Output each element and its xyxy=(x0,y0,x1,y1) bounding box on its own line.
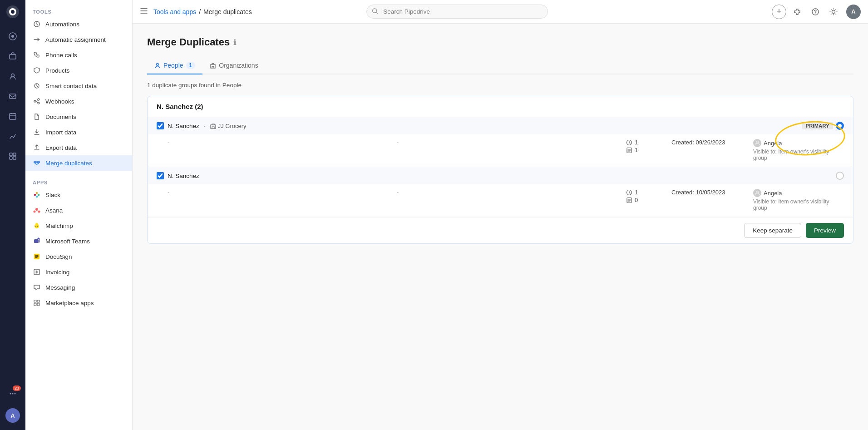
nav-deals[interactable] xyxy=(4,47,22,65)
import-icon xyxy=(33,128,41,136)
sidebar-item-invoicing[interactable]: Invoicing xyxy=(25,264,132,280)
nav-activities[interactable] xyxy=(4,107,22,125)
topbar-right-icons: + A xyxy=(772,5,861,19)
microsoft-teams-icon xyxy=(33,237,41,245)
tips-icon[interactable] xyxy=(826,5,841,19)
user-avatar[interactable]: A xyxy=(5,408,20,423)
asana-label: Asana xyxy=(45,207,63,214)
search-input[interactable] xyxy=(366,5,548,19)
breadcrumb-parent[interactable]: Tools and apps xyxy=(153,8,196,15)
sidebar-item-automations[interactable]: Automations xyxy=(25,16,132,32)
dup-row-1-header: N. Sanchez · JJ Grocery PRIMARY xyxy=(148,117,853,134)
extensions-icon[interactable] xyxy=(790,5,804,19)
sidebar-item-docusign[interactable]: DocuSign xyxy=(25,249,132,264)
count1-val: 1 xyxy=(635,139,638,146)
page-title: Merge Duplicates xyxy=(147,36,230,48)
tab-organizations[interactable]: Organizations xyxy=(202,57,265,74)
people-tab-icon xyxy=(154,62,161,69)
dup-row-1-checkbox[interactable] xyxy=(157,122,164,129)
detail-col2-r2: - xyxy=(397,189,626,196)
dup-row-2-checkbox[interactable] xyxy=(157,172,164,179)
nav-products-icon[interactable] xyxy=(4,147,22,165)
sidebar-item-messaging[interactable]: Messaging xyxy=(25,280,132,295)
svg-point-44 xyxy=(157,64,159,66)
svg-rect-37 xyxy=(37,300,39,302)
svg-point-2 xyxy=(11,10,15,14)
sidebar-item-export-data[interactable]: Export data xyxy=(25,140,132,155)
tab-people[interactable]: People 1 xyxy=(147,57,202,74)
tab-people-badge: 1 xyxy=(186,62,196,69)
help-icon[interactable] xyxy=(808,5,823,19)
sidebar-item-webhooks[interactable]: Webhooks xyxy=(25,94,132,109)
count-row-1: 1 xyxy=(626,139,671,146)
add-button[interactable]: + xyxy=(772,5,786,19)
nav-badge: 23 xyxy=(13,386,21,391)
nav-avatar[interactable]: A xyxy=(4,406,22,425)
documents-label: Documents xyxy=(45,114,76,120)
sidebar-item-slack[interactable]: Slack xyxy=(25,187,132,203)
nav-pipeline[interactable] xyxy=(4,27,22,45)
content-area: Merge Duplicates ℹ People 1 Organization… xyxy=(133,24,868,430)
nav-more[interactable]: 23 xyxy=(4,385,22,403)
svg-point-33 xyxy=(38,238,39,239)
nav-reports[interactable] xyxy=(4,127,22,145)
preview-button[interactable]: Preview xyxy=(806,223,844,238)
svg-point-13 xyxy=(10,393,11,395)
dup-row-1: N. Sanchez · JJ Grocery PRIMARY xyxy=(148,117,853,167)
breadcrumb-current: Merge duplicates xyxy=(203,8,252,15)
primary-badge-area: PRIMARY xyxy=(802,122,844,130)
nav-mail[interactable] xyxy=(4,87,22,105)
sidebar-item-microsoft-teams[interactable]: Microsoft Teams xyxy=(25,233,132,249)
sidebar-item-phone-calls[interactable]: Phone calls xyxy=(25,47,132,63)
dup-row-1-org: JJ Grocery xyxy=(210,123,247,129)
docusign-icon xyxy=(33,252,41,261)
visibility-1: Visible to: Item owner's visibility grou… xyxy=(753,148,844,161)
sidebar-item-asana[interactable]: Asana xyxy=(25,203,132,218)
sidebar-item-products[interactable]: Products xyxy=(25,63,132,78)
owner-avatar-2 xyxy=(753,189,761,197)
detail-col1-r2: - xyxy=(168,189,397,196)
sidebar-item-mailchimp[interactable]: Mailchimp xyxy=(25,218,132,233)
asana-icon xyxy=(33,206,41,214)
marketplace-apps-icon xyxy=(33,299,41,307)
dup-row-1-radio[interactable] xyxy=(836,122,844,130)
sidebar-item-merge-duplicates[interactable]: Merge duplicates xyxy=(25,155,132,171)
title-info-icon[interactable]: ℹ xyxy=(233,38,236,47)
detail-counts: 1 1 xyxy=(626,139,671,153)
dup-card-footer: Keep separate Preview xyxy=(148,217,853,243)
nav-contacts[interactable] xyxy=(4,67,22,85)
phone-calls-label: Phone calls xyxy=(45,52,77,59)
keep-separate-button[interactable]: Keep separate xyxy=(744,223,801,238)
svg-rect-39 xyxy=(37,303,39,306)
count2-val-r2: 0 xyxy=(635,197,638,203)
count-row-1-r2: 1 xyxy=(626,189,671,196)
svg-rect-32 xyxy=(34,239,39,243)
sidebar-item-marketplace-apps[interactable]: Marketplace apps xyxy=(25,295,132,311)
svg-point-27 xyxy=(38,211,40,213)
marketplace-apps-label: Marketplace apps xyxy=(45,300,94,306)
topbar-avatar[interactable]: A xyxy=(846,5,861,19)
count2-val: 1 xyxy=(635,147,638,153)
search-bar xyxy=(366,5,548,19)
menu-toggle-icon[interactable] xyxy=(140,7,148,17)
svg-rect-12 xyxy=(13,157,16,159)
messaging-icon xyxy=(33,283,41,292)
dup-group-card: N. Sanchez (2) N. Sanchez · xyxy=(147,96,853,244)
sidebar-item-import-data[interactable]: Import data xyxy=(25,124,132,140)
svg-rect-8 xyxy=(10,114,16,119)
dup-row-2-radio[interactable] xyxy=(836,172,844,180)
documents-icon xyxy=(33,113,41,121)
svg-rect-11 xyxy=(10,157,12,159)
app-logo[interactable] xyxy=(5,5,20,19)
svg-point-15 xyxy=(15,393,16,395)
sidebar-item-documents[interactable]: Documents xyxy=(25,109,132,124)
org-icon xyxy=(210,123,216,129)
sidebar-item-smart-contact[interactable]: Smart contact data xyxy=(25,78,132,94)
sidebar-item-automatic-assignment[interactable]: Automatic assignment xyxy=(25,32,132,47)
export-data-label: Export data xyxy=(45,144,77,151)
sidebar: TOOLS Automations Automatic assignment P… xyxy=(25,0,133,430)
svg-point-18 xyxy=(34,100,36,102)
svg-rect-22 xyxy=(36,192,38,194)
smart-contact-icon xyxy=(33,82,41,90)
nav-icons-bar: 23 A xyxy=(0,0,25,430)
